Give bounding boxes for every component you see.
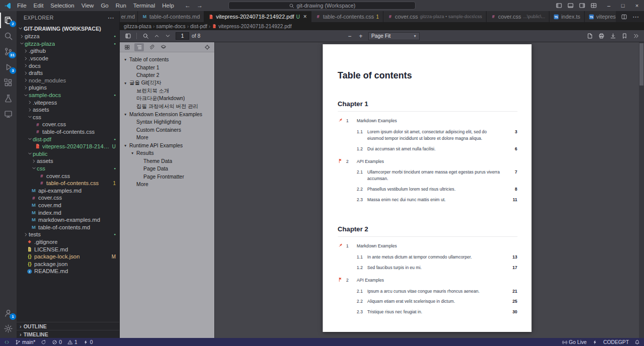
tree-file-item[interactable]: {}package.json: [17, 260, 119, 268]
toc-entry[interactable]: 2.2Aliquam etiam erat velit scelerisque …: [338, 298, 517, 305]
activity-settings[interactable]: [0, 321, 17, 336]
split-editor-icon[interactable]: [621, 14, 627, 20]
tree-folder-item[interactable]: plugins: [17, 84, 119, 92]
outline-view-button[interactable]: [134, 43, 144, 51]
section-outline[interactable]: ›OUTLINE: [17, 322, 119, 330]
pdf-sidebar-toggle-button[interactable]: [122, 31, 133, 41]
tree-file-item[interactable]: Mmarkdown-examples.md: [17, 216, 119, 224]
attachments-view-button[interactable]: [146, 43, 156, 51]
tree-folder-item[interactable]: css●: [17, 165, 119, 172]
tree-folder-item[interactable]: assets: [17, 106, 119, 114]
tab-table-of-contents.md[interactable]: Mtable-of-contents.md: [138, 11, 204, 22]
window-maximize-button[interactable]: □: [616, 0, 630, 11]
tree-file-item[interactable]: Mcover.md: [17, 202, 119, 209]
tree-file-item[interactable]: #cover.css: [17, 172, 119, 180]
activity-remote-explorer[interactable]: [0, 106, 17, 122]
history-forward-icon[interactable]: →: [197, 2, 203, 9]
status-codegpt[interactable]: CODEGPT: [603, 339, 629, 345]
tree-folder-item[interactable]: .vscode: [17, 55, 119, 62]
page-up-button[interactable]: [151, 31, 162, 41]
tree-file-item[interactable]: Mtable-of-contents.md: [17, 223, 119, 231]
status-ports[interactable]: 0: [83, 339, 93, 345]
tree-folder-item[interactable]: drafts: [17, 69, 119, 77]
zoom-select[interactable]: Page Fit ▼: [368, 32, 420, 40]
tree-file-item[interactable]: iREADME.md: [17, 268, 119, 275]
tab-vitepress-pdf.config.ts[interactable]: TSvitepress-pdf.config.ts: [585, 11, 616, 22]
tree-folder-item[interactable]: node_modules: [17, 77, 119, 84]
status-notifications[interactable]: [634, 339, 640, 345]
tree-file-item[interactable]: Mapi-examples.md: [17, 187, 119, 194]
outline-item[interactable]: 집필 과정에서의 버전 관리: [120, 103, 214, 111]
tree-file-item[interactable]: #table-of-contents.css1: [17, 180, 119, 187]
breadcrumb-item[interactable]: dist-pdf: [190, 24, 207, 29]
editor-scrollbar[interactable]: [639, 42, 644, 338]
toc-entry[interactable]: 1.2Dui accumsan sit amet nulla facilisi.…: [338, 146, 517, 152]
workspace-section-header[interactable]: GIT-DRAWING (WORKSPACE): [17, 24, 119, 33]
activity-search[interactable]: [0, 28, 17, 44]
menu-selection[interactable]: Selection: [47, 0, 77, 11]
views-more-actions-icon[interactable]: ⋯: [108, 14, 114, 22]
activity-explorer[interactable]: 2: [0, 13, 17, 28]
tree-folder-item[interactable]: sample-docs●: [17, 92, 119, 99]
zoom-out-button[interactable]: −: [344, 31, 355, 41]
outline-item[interactable]: Theme Data: [120, 157, 214, 165]
tree-folder-item[interactable]: .vitepress: [17, 99, 119, 106]
toc-entry[interactable]: 2.1Ullamcorper morbi tincidunt ornare ma…: [338, 169, 517, 182]
editor-more-actions-icon[interactable]: ⋯: [632, 13, 639, 21]
tree-folder-item[interactable]: dist-pdf●: [17, 135, 119, 143]
menu-file[interactable]: File: [14, 0, 30, 11]
toc-entry[interactable]: 1.2Sed faucibus turpis in eu mi.17: [338, 265, 517, 271]
window-close-button[interactable]: ×: [630, 0, 644, 11]
tree-folder-item[interactable]: tests●: [17, 231, 119, 238]
download-button[interactable]: [607, 31, 618, 41]
layers-view-button[interactable]: [158, 43, 168, 51]
activity-run-and-debug[interactable]: 3: [0, 59, 17, 75]
tab-index.ts[interactable]: TSindex.ts: [549, 11, 585, 22]
outline-item[interactable]: ▼Runtime API Examples: [120, 142, 214, 150]
toc-entry[interactable]: 2.3Tristique risus nec feugiat in.30: [338, 309, 517, 315]
tree-file-item[interactable]: {}package-lock.jsonM: [17, 253, 119, 261]
menu-terminal[interactable]: Terminal: [130, 0, 158, 11]
status-git-branch[interactable]: main*: [15, 339, 35, 345]
open-file-button[interactable]: [584, 31, 595, 41]
layout-sidebar-right-icon[interactable]: [577, 1, 587, 11]
menu-edit[interactable]: Edit: [30, 0, 47, 11]
tree-file-item[interactable]: Mindex.md: [17, 209, 119, 216]
tree-file-item[interactable]: #cover.css: [17, 194, 119, 202]
outline-item[interactable]: More: [120, 134, 214, 142]
breadcrumb-item[interactable]: sample-docs: [156, 24, 185, 29]
tree-file-item[interactable]: vitepress-20240718-214922.pdfU: [17, 143, 119, 150]
tree-file-item[interactable]: LICENSE.md: [17, 245, 119, 253]
activity-accounts[interactable]: 1: [0, 305, 17, 321]
activity-source-control[interactable]: 31: [0, 44, 17, 59]
tree-folder-item[interactable]: public: [17, 150, 119, 158]
tree-folder-item[interactable]: gitzza●: [17, 33, 119, 40]
tree-folder-item[interactable]: .github: [17, 47, 119, 55]
toc-entry[interactable]: 1.1In ante metus dictum at tempor commod…: [338, 254, 517, 261]
page-number-input[interactable]: [176, 32, 189, 40]
toc-entry[interactable]: 1Markdown Examples: [338, 243, 517, 250]
outline-item[interactable]: Syntax Highlighting: [120, 118, 214, 126]
tree-file-item[interactable]: #table-of-contents.css: [17, 128, 119, 136]
tree-folder-item[interactable]: assets: [17, 157, 119, 165]
command-center-search[interactable]: git-drawing (Workspace): [228, 2, 416, 10]
outline-item[interactable]: Page Frontmatter: [120, 173, 214, 181]
window-minimize-button[interactable]: –: [602, 0, 616, 11]
menu-run[interactable]: Run: [112, 0, 130, 11]
bookmark-button[interactable]: [619, 31, 630, 41]
outline-item[interactable]: Custom Containers: [120, 126, 214, 134]
status-remote-indicator[interactable]: [4, 339, 10, 345]
tab-table-of-contents.css[interactable]: #table-of-contents.css1: [311, 11, 383, 22]
status-sync[interactable]: [41, 339, 46, 345]
page-down-button[interactable]: [162, 31, 173, 41]
more-tools-button[interactable]: [630, 31, 641, 41]
activity-testing[interactable]: [0, 91, 17, 106]
tab-er.md[interactable]: er.md: [120, 11, 138, 22]
tree-file-item[interactable]: #cover.css: [17, 121, 119, 128]
tree-folder-item[interactable]: gitzza-plaza●: [17, 40, 119, 48]
tree-file-item[interactable]: .gitignore: [17, 238, 119, 246]
breadcrumb-item[interactable]: vitepress-20240718-214922.pdf: [212, 24, 291, 29]
tab-cover.css[interactable]: #cover.cssgitzza-plaza • sample-docs\css: [383, 11, 487, 22]
toc-entry[interactable]: 1.1Lorem ipsum dolor sit amet, consectet…: [338, 129, 517, 142]
toc-entry[interactable]: 2API Examples: [338, 277, 517, 284]
